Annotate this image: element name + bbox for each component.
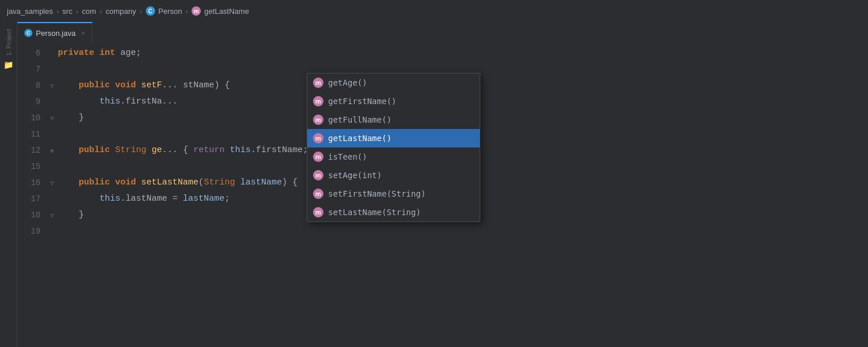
breadcrumb-sep-1: ›: [57, 7, 59, 16]
line-num-6: 6: [17, 45, 41, 61]
gutter-8: ▽: [46, 77, 58, 94]
autocomplete-item-setfirstname[interactable]: m setFirstName(String): [307, 184, 480, 203]
autocomplete-label-getage: getAge(): [328, 75, 367, 91]
line-num-8: 8: [17, 77, 41, 94]
line-num-19: 19: [17, 223, 41, 239]
method-icon-isteen: m: [313, 152, 323, 162]
gutter-11: [46, 126, 58, 142]
autocomplete-label-getfirstname: getFirstName(): [328, 93, 396, 109]
autocomplete-item-getfirstname[interactable]: m getFirstName(): [307, 92, 480, 110]
breadcrumb-sep-4: ›: [139, 7, 142, 16]
gutter-6: [46, 45, 58, 61]
gutter-16: ▽: [46, 175, 58, 191]
breadcrumb-src[interactable]: src: [62, 7, 72, 16]
breadcrumb-sep-3: ›: [100, 7, 102, 16]
autocomplete-item-getlastname[interactable]: m getLastName(): [307, 129, 480, 147]
folder-icon[interactable]: 📁: [3, 60, 13, 70]
gutter-10: ▽: [46, 110, 58, 126]
gutter-18: ▽: [46, 207, 58, 223]
line-num-10: 10: [17, 110, 41, 126]
line-num-15: 15: [17, 158, 41, 175]
code-line-6: private int age;: [58, 45, 868, 61]
autocomplete-item-getfullname[interactable]: m getFullName(): [307, 110, 480, 129]
autocomplete-dropdown[interactable]: m getAge() m getFirstName() m getFullNam…: [307, 73, 480, 222]
line-num-7: 7: [17, 61, 41, 77]
breadcrumb-company[interactable]: company: [105, 7, 136, 16]
breadcrumb-sep-2: ›: [76, 7, 78, 16]
method-icon-getfullname: m: [313, 115, 323, 125]
breadcrumb-java-samples[interactable]: java_samples: [7, 7, 53, 16]
project-sidebar: 1: Project 📁: [0, 22, 17, 347]
autocomplete-item-getage[interactable]: m getAge(): [307, 73, 480, 92]
autocomplete-item-isteen[interactable]: m isTeen(): [307, 147, 480, 166]
breadcrumb-sep-5: ›: [186, 7, 188, 16]
line-num-9: 9: [17, 94, 41, 110]
code-gutter: ▽ ▽ ⊕ ▽ ▽: [46, 43, 58, 347]
editor-area: C Person.java × 6 7 8 9 10 11 12 15 16 1…: [17, 22, 868, 347]
method-icon-setage: m: [313, 170, 323, 180]
tab-person-java[interactable]: C Person.java ×: [17, 22, 93, 43]
breadcrumb-bar: java_samples › src › com › company › C P…: [0, 0, 868, 22]
line-numbers: 6 7 8 9 10 11 12 15 16 17 18 19: [17, 43, 46, 347]
method-icon-getfirstname: m: [313, 96, 323, 106]
gutter-15: [46, 158, 58, 175]
autocomplete-item-setage[interactable]: m setAge(int): [307, 166, 480, 184]
gutter-7: [46, 61, 58, 77]
autocomplete-label-setlastname: setLastName(String): [328, 204, 421, 220]
gutter-17: [46, 191, 58, 207]
code-content[interactable]: private int age; public void setF... stN…: [58, 43, 868, 347]
method-icon-breadcrumb: m: [192, 6, 201, 16]
code-line-19: [58, 223, 868, 239]
method-icon-setfirstname: m: [313, 189, 323, 199]
line-num-18: 18: [17, 207, 41, 223]
breadcrumb-getlastname[interactable]: getLastName: [204, 7, 249, 16]
autocomplete-label-setfirstname: setFirstName(String): [328, 186, 426, 202]
gutter-19: [46, 223, 58, 239]
autocomplete-item-setlastname[interactable]: m setLastName(String): [307, 203, 480, 222]
main-area: 1: Project 📁 C Person.java × 6 7 8 9 10 …: [0, 22, 868, 347]
tab-close-button[interactable]: ×: [82, 29, 85, 36]
method-icon-getage: m: [313, 77, 323, 88]
line-num-16: 16: [17, 175, 41, 191]
tab-label: Person.java: [36, 29, 76, 38]
gutter-9: [46, 94, 58, 110]
line-num-17: 17: [17, 191, 41, 207]
tab-class-icon: C: [24, 29, 32, 37]
breadcrumb-person[interactable]: Person: [159, 7, 182, 16]
line-num-11: 11: [17, 126, 41, 142]
autocomplete-label-setage: setAge(int): [328, 167, 382, 183]
method-icon-getlastname: m: [313, 133, 323, 143]
tab-bar: C Person.java ×: [17, 22, 868, 43]
class-icon-breadcrumb: C: [146, 6, 155, 16]
code-editor[interactable]: 6 7 8 9 10 11 12 15 16 17 18 19 ▽ ▽: [17, 43, 868, 347]
autocomplete-label-getfullname: getFullName(): [328, 112, 392, 128]
breadcrumb-com[interactable]: com: [82, 7, 97, 16]
project-sidebar-label[interactable]: 1: Project: [5, 29, 12, 56]
line-num-12: 12: [17, 142, 41, 158]
autocomplete-label-getlastname: getLastName(): [328, 130, 392, 146]
gutter-12: ⊕: [46, 142, 58, 158]
method-icon-setlastname: m: [313, 207, 323, 217]
autocomplete-label-isteen: isTeen(): [328, 149, 367, 165]
